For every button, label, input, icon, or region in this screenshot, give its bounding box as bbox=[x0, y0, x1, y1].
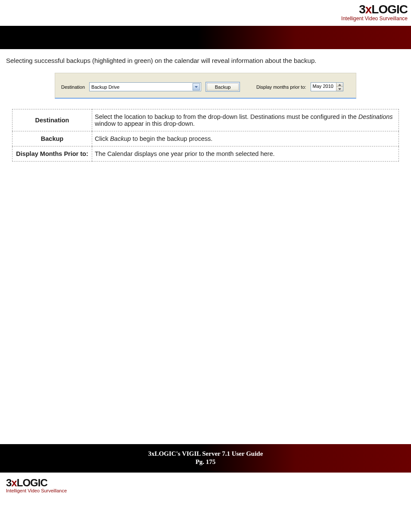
table-row: Display Months Prior to: The Calendar di… bbox=[12, 146, 399, 162]
screenshot-panel-wrap: Destination Backup Drive Backup Display … bbox=[55, 73, 356, 99]
footer-title: 3xLOGIC's VIGIL Server 7.1 User Guide bbox=[0, 450, 411, 457]
header-bar bbox=[0, 26, 411, 49]
brand-part1: 3 bbox=[359, 3, 365, 16]
description-table: Destination Select the location to backu… bbox=[12, 109, 399, 162]
destination-dropdown[interactable]: Backup Drive bbox=[89, 82, 201, 91]
row-body: Select the location to backup to from th… bbox=[92, 109, 399, 131]
display-months-label: Display months prior to: bbox=[256, 84, 306, 90]
footer-bottom: 3xLOGIC Intelligent Video Surveillance bbox=[0, 473, 411, 499]
brand-tagline: Intelligent Video Surveillance bbox=[0, 16, 408, 22]
brand-logo: 3xLOGIC bbox=[0, 3, 408, 16]
row-header: Backup bbox=[12, 131, 92, 146]
header-top: 3xLOGIC Intelligent Video Surveillance bbox=[0, 0, 411, 26]
brand-part2: LOGIC bbox=[371, 3, 408, 16]
destination-value: Backup Drive bbox=[91, 84, 119, 90]
brand-x: x bbox=[365, 3, 372, 16]
footer-bar: 3xLOGIC's VIGIL Server 7.1 User Guide Pg… bbox=[0, 444, 411, 473]
month-spinner[interactable]: May 2010 bbox=[311, 82, 343, 91]
row-body: The Calendar displays one year prior to … bbox=[92, 146, 399, 162]
chevron-down-icon[interactable] bbox=[193, 83, 200, 90]
month-value: May 2010 bbox=[311, 83, 336, 91]
table-row: Destination Select the location to backu… bbox=[12, 109, 399, 131]
spinner-down-icon[interactable] bbox=[336, 87, 343, 91]
row-header: Display Months Prior to: bbox=[12, 146, 92, 162]
row-body: Click Backup to begin the backup process… bbox=[92, 131, 399, 146]
destination-label: Destination bbox=[61, 84, 85, 90]
row-header: Destination bbox=[12, 109, 92, 131]
brand-tagline-footer: Intelligent Video Surveillance bbox=[6, 488, 411, 493]
backup-button[interactable]: Backup bbox=[206, 82, 240, 92]
content: Selecting successful backups (highlighte… bbox=[0, 49, 411, 162]
table-row: Backup Click Backup to begin the backup … bbox=[12, 131, 399, 146]
spinner-up-icon[interactable] bbox=[336, 83, 343, 87]
intro-text: Selecting successful backups (highlighte… bbox=[6, 57, 405, 64]
brand-logo-footer: 3xLOGIC bbox=[6, 477, 411, 489]
footer-page: Pg. 175 bbox=[0, 458, 411, 466]
backup-toolbar: Destination Backup Drive Backup Display … bbox=[55, 73, 356, 99]
